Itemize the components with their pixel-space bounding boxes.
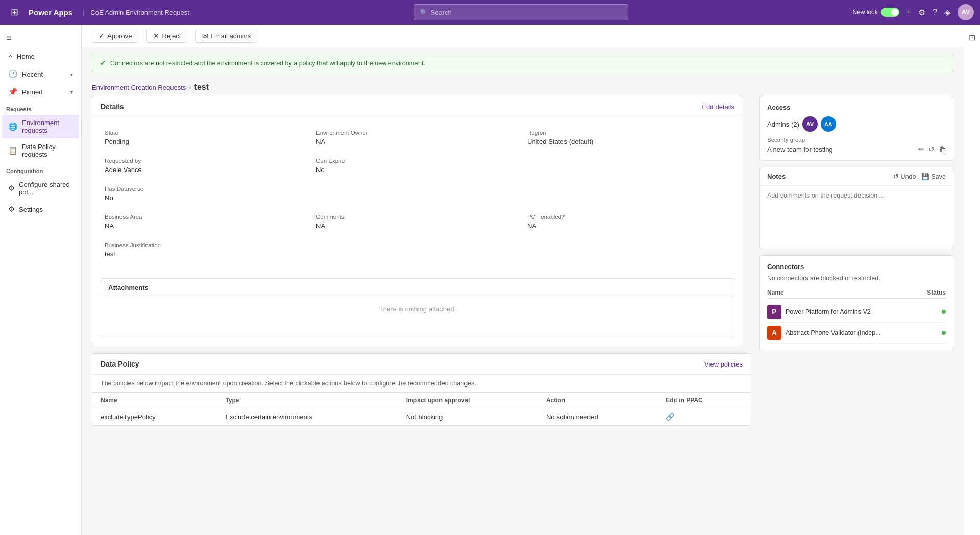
pinned-icon: 📌 <box>8 87 18 96</box>
right-edge-toggle[interactable]: ⊡ <box>964 25 980 535</box>
app-name: Power Apps <box>29 8 72 17</box>
notes-textarea[interactable] <box>760 186 953 247</box>
notes-actions: ↺ Undo 💾 Save <box>893 173 946 180</box>
banner-message: Connectors are not restricted and the en… <box>110 60 425 67</box>
policy-action: No action needed <box>538 408 657 425</box>
refresh-security-group-icon[interactable]: ↺ <box>928 145 935 153</box>
settings-icon[interactable]: ⚙ <box>918 8 925 17</box>
details-scroll: State Pending Environment Owner NA Regio… <box>92 117 743 347</box>
delete-security-group-icon[interactable]: 🗑 <box>939 145 946 153</box>
sidebar-item-settings-label: Settings <box>19 206 43 213</box>
data-policy-header: Data Policy View policies <box>92 354 751 375</box>
main-content: ✓ Approve ✕ Reject ✉ Email admins ✔ Conn… <box>82 25 964 535</box>
search-input[interactable] <box>431 9 623 16</box>
business-justification-label: Business Justification <box>105 242 730 248</box>
avatar-av[interactable]: AV <box>802 116 818 132</box>
breadcrumb-parent[interactable]: Environment Creation Requests <box>92 84 186 91</box>
info-check-icon: ✔ <box>100 58 106 68</box>
add-button[interactable]: + <box>906 8 911 17</box>
search-icon: 🔍 <box>420 9 428 16</box>
breadcrumb-current: test <box>194 83 209 92</box>
col-name: Name <box>92 393 217 408</box>
policy-table: Name Type Impact upon approval Action Ed… <box>92 392 751 425</box>
policy-name: excludeTypePolicy <box>92 408 217 425</box>
requested-by-field: Requested by Adele Vance <box>101 154 312 182</box>
col-action: Action <box>538 393 657 408</box>
sidebar-item-recent-label: Recent <box>22 70 43 78</box>
help-icon[interactable]: ? <box>933 8 937 17</box>
connector-name-2: Abstract Phone Validator (Indep... <box>786 329 938 336</box>
save-label: Save <box>932 173 946 180</box>
avatar[interactable]: AV <box>958 4 974 20</box>
external-link-icon[interactable]: 🔗 <box>666 412 674 421</box>
policy-type: Exclude certain environments <box>217 408 398 425</box>
app-layout: ≡ ⌂ Home 🕐 Recent ▾ 📌 Pinned ▾ Requests … <box>0 25 980 535</box>
topnav-right-section: New look + ⚙ ? ◈ AV <box>852 4 974 20</box>
region-field: Region United States (default) <box>523 126 734 154</box>
reject-icon: ✕ <box>153 32 159 40</box>
connector-status-2 <box>942 331 946 335</box>
search-bar[interactable]: 🔍 <box>414 4 628 20</box>
undo-button[interactable]: ↺ Undo <box>893 173 916 180</box>
security-group-name: A new team for testing <box>767 145 833 153</box>
business-area-field: Business Area NA <box>101 210 312 238</box>
waffle-menu-icon[interactable]: ⊞ <box>6 4 22 20</box>
copilot-icon[interactable]: ◈ <box>944 8 950 17</box>
email-icon: ✉ <box>202 32 208 40</box>
sidebar-item-data-policy-label: Data Policy requests <box>22 143 73 158</box>
requests-section-header: Requests <box>0 101 81 114</box>
configure-shared-icon: ⚙ <box>8 184 15 193</box>
avatar-aa[interactable]: AA <box>821 116 836 132</box>
data-policy-title: Data Policy <box>101 360 139 368</box>
sidebar-item-env-requests[interactable]: 🌐 Environment requests <box>2 115 79 138</box>
save-button[interactable]: 💾 Save <box>921 173 946 180</box>
sidebar-menu-button[interactable]: ≡ <box>0 29 81 47</box>
sidebar-item-recent[interactable]: 🕐 Recent ▾ <box>2 65 79 83</box>
notes-card: Notes ↺ Undo 💾 Save <box>760 167 953 249</box>
email-admins-button[interactable]: ✉ Email admins <box>195 29 257 43</box>
comments-field: Comments NA <box>312 210 523 238</box>
approve-button[interactable]: ✓ Approve <box>92 29 138 43</box>
requested-by-label: Requested by <box>105 158 308 164</box>
sidebar-item-configure-shared[interactable]: ⚙ Configure shared pol... <box>2 177 79 200</box>
sidebar: ≡ ⌂ Home 🕐 Recent ▾ 📌 Pinned ▾ Requests … <box>0 25 82 535</box>
edit-security-group-icon[interactable]: ✏ <box>918 145 924 153</box>
notes-header: Notes ↺ Undo 💾 Save <box>760 167 953 186</box>
can-expire-field: Can Expire No <box>312 154 523 182</box>
details-card-header: Details Edit details <box>92 96 743 117</box>
security-group-label: Security group <box>767 137 946 143</box>
sidebar-item-settings[interactable]: ⚙ Settings <box>2 201 79 218</box>
edit-details-link[interactable]: Edit details <box>702 103 734 111</box>
view-policies-link[interactable]: View policies <box>704 360 743 368</box>
data-policy-section: Data Policy View policies The policies b… <box>92 353 751 426</box>
business-area-value: NA <box>105 222 308 230</box>
new-look-switch[interactable] <box>881 8 899 17</box>
details-grid: State Pending Environment Owner NA Regio… <box>92 117 743 274</box>
notes-title: Notes <box>767 173 786 180</box>
page-name: CoE Admin Environment Request <box>90 9 189 16</box>
can-expire-value: No <box>316 166 519 174</box>
sidebar-item-data-policy[interactable]: 📋 Data Policy requests <box>2 139 79 162</box>
sidebar-item-pinned[interactable]: 📌 Pinned ▾ <box>2 83 79 101</box>
reject-label: Reject <box>162 32 181 40</box>
reject-button[interactable]: ✕ Reject <box>146 29 187 43</box>
attachments-section: Attachments There is nothing attached. <box>101 278 734 338</box>
data-policy-icon: 📋 <box>8 146 18 155</box>
admins-row: Admins (2) AV AA <box>767 116 946 132</box>
connectors-table-header: Name Status <box>767 287 946 299</box>
business-area-label: Business Area <box>105 214 308 220</box>
attachments-body: There is nothing attached. <box>101 297 734 338</box>
access-card: Access Admins (2) AV AA Security group A… <box>760 96 953 161</box>
policy-edit[interactable]: 🔗 <box>657 408 751 425</box>
has-dataverse-field: Has Dataverse No <box>101 182 312 210</box>
data-policy-description: The policies below impact the environmen… <box>92 375 751 392</box>
approve-label: Approve <box>107 32 132 40</box>
details-title: Details <box>101 103 124 111</box>
pcf-enabled-value: NA <box>527 222 730 230</box>
sidebar-item-home[interactable]: ⌂ Home <box>2 48 79 65</box>
sidebar-item-home-label: Home <box>17 53 35 60</box>
region-value: United States (default) <box>527 138 730 145</box>
breadcrumb-separator: › <box>189 84 191 91</box>
connector-row-2: A Abstract Phone Validator (Indep... <box>767 323 946 344</box>
new-look-toggle[interactable]: New look <box>852 8 899 17</box>
